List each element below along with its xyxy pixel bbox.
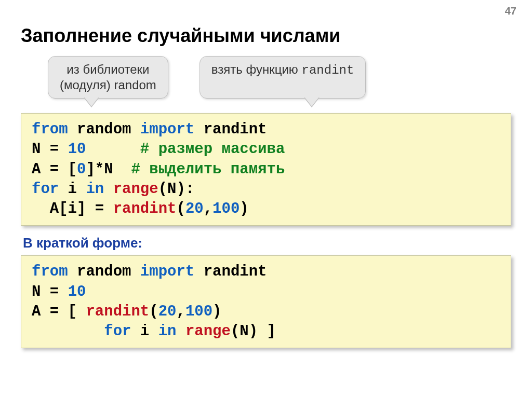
code-text: A = [ (32, 303, 86, 320)
code-text: , (204, 200, 212, 217)
page-number: 47 (505, 5, 516, 17)
code-function: randint (113, 200, 177, 217)
code-text: random (68, 263, 140, 280)
callouts-row: из библиотеки (модуля) random взять функ… (21, 56, 511, 99)
code-keyword: import (140, 121, 194, 138)
code-text: ) (212, 303, 221, 320)
callout-function-prefix: взять функцию (211, 62, 302, 76)
code-text: (N): (158, 181, 195, 198)
callout-library-line2: (модуля) random (60, 78, 156, 92)
code-number: 10 (68, 283, 86, 300)
code-number: 0 (77, 161, 86, 178)
code-text: (N) ] (231, 323, 276, 340)
code-text: ]*N (86, 161, 131, 178)
code-text (104, 181, 113, 198)
code-text: ( (176, 200, 185, 217)
code-number: 100 (212, 200, 240, 217)
code-number: 10 (68, 141, 86, 158)
code-text: N = (32, 283, 68, 300)
code-keyword: from (32, 121, 68, 138)
code-keyword: in (86, 181, 104, 198)
code-number: 20 (158, 303, 177, 320)
code-text: ( (149, 303, 158, 320)
callout-function-name: randint (302, 63, 354, 77)
code-keyword: for (32, 181, 59, 198)
code-function: range (113, 181, 158, 198)
subheading: В краткой форме: (23, 235, 511, 251)
code-number: 100 (185, 303, 212, 320)
code-comment: # выделить память (131, 161, 285, 178)
code-text: randint (194, 121, 267, 138)
code-comment: # размер массива (140, 141, 285, 158)
code-text: i (131, 323, 158, 340)
code-keyword: from (32, 263, 68, 280)
code-text: random (68, 121, 140, 138)
code-text: A = [ (32, 161, 77, 178)
code-text: A[i] = (32, 200, 113, 217)
callout-library: из библиотеки (модуля) random (48, 56, 168, 99)
code-number: 20 (185, 200, 204, 217)
code-text: ) (240, 200, 248, 217)
callout-library-line1: из библиотеки (66, 62, 149, 76)
code-text (176, 323, 185, 340)
code-keyword: for (104, 323, 131, 340)
slide-title: Заполнение случайными числами (21, 25, 511, 47)
code-text (86, 141, 140, 158)
code-block-full: from random import randint N = 10 # разм… (21, 113, 511, 226)
code-keyword: in (158, 323, 177, 340)
code-keyword: import (140, 263, 194, 280)
code-text: N = (32, 141, 68, 158)
code-text: , (176, 303, 185, 320)
code-text: randint (194, 263, 267, 280)
code-function: randint (86, 303, 149, 320)
code-text: i (59, 181, 86, 198)
code-function: range (185, 323, 231, 340)
callout-function: взять функцию randint (200, 56, 366, 99)
code-block-short: from random import randint N = 10 A = [ … (21, 255, 511, 348)
code-text (32, 323, 104, 340)
